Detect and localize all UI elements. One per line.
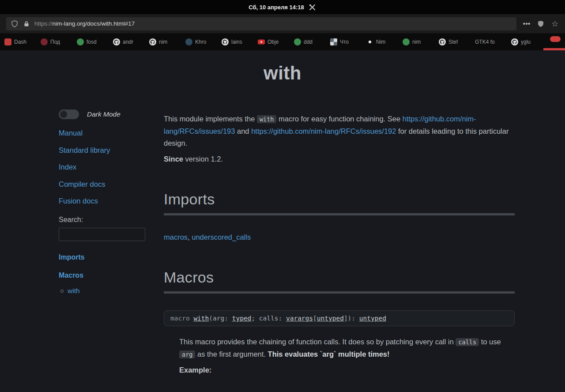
bookmark-item[interactable]: fosd [75,38,111,45]
input-tools-icon [309,3,316,11]
url-scheme: https:// [34,20,53,27]
toc-item-with: with [59,287,147,295]
imports-separator: , [188,233,192,241]
since-text: version 1.2. [183,155,223,163]
github-favicon [511,38,518,45]
bookmark-item[interactable]: Khro [184,38,220,45]
desc-text: This macro provides the chaining of func… [179,338,456,346]
bookmark-item[interactable]: GTK4 fo [473,39,509,45]
lock-icon[interactable] [23,20,30,28]
macro-description: This macro provides the chaining of func… [179,336,515,361]
sig-punct: ]): [344,315,359,322]
bookmark-item[interactable]: yglu [509,38,546,45]
import-macros-link[interactable]: macros [164,233,188,241]
macro-signature: macro with(arg: typed; calls: varargs[un… [164,310,515,326]
bookmark-item[interactable]: Obje [256,38,292,45]
rfc-192-link[interactable]: https://github.com/nim-lang/RFCs/issues/… [251,127,396,135]
github-favicon [439,38,446,45]
main-content: This module implements the with macro fo… [164,50,515,374]
section-divider [164,213,515,215]
return-untyped-link[interactable]: untyped [359,315,386,322]
toc-group-macros[interactable]: Macros [59,271,147,279]
sig-punct: [ [313,315,317,322]
sidebar-item-standard-library[interactable]: Standard library [59,146,147,155]
youtube-favicon [258,38,265,45]
macro-with-link[interactable]: with [193,315,209,322]
bookmark-item[interactable]: nim [401,38,437,45]
intro-text: macro for easy function chaining. See [276,115,402,123]
teal-app-favicon [185,38,192,45]
sidebar-nav: Manual Standard library Index Compiler d… [59,129,147,205]
system-bar: Сб, 10 апреля 14:18 [0,0,565,14]
github-favicon [222,38,229,45]
inline-code-calls: calls [456,338,479,346]
green-globe-favicon [77,38,84,45]
intro-text: and [235,127,251,135]
imports-list: macros, underscored_calls [164,233,515,241]
dot-favicon [366,38,373,45]
import-underscored-calls-link[interactable]: underscored_calls [192,233,251,241]
sidebar-item-manual[interactable]: Manual [59,129,147,137]
grid-favicon [330,38,337,45]
sig-punct: ; calls: [251,315,286,322]
type-untyped-link[interactable]: untyped [317,315,344,322]
bookmark-item[interactable]: Stef [437,38,473,45]
url-bar[interactable]: https://nim-lang.org/docs/with.html#17 [6,17,516,30]
imports-heading: Imports [164,191,515,208]
desc-text: as the first argument. [195,350,267,358]
github-favicon [149,38,156,45]
sig-punct: (arg: [209,315,232,322]
darkred-app-favicon [41,38,48,45]
sidebar-item-compiler-docs[interactable]: Compiler docs [59,180,147,188]
module-description: This module implements the with macro fo… [164,113,515,149]
tracking-protection-shield-icon[interactable] [11,20,19,28]
sidebar-item-index[interactable]: Index [59,163,147,171]
url-rest: nim-lang.org/docs/with.html#17 [53,20,135,27]
dark-mode-toggle[interactable] [59,109,79,119]
bookmark-item[interactable]: Dash [3,38,39,45]
dark-mode-row: Dark Mode [59,109,147,119]
search-label: Search: [59,216,147,224]
toc-bullet-icon [60,290,64,293]
inline-code-with: with [257,115,277,123]
bookmark-item[interactable]: Что [328,38,365,45]
bookmark-star-icon[interactable]: ☆ [551,20,559,28]
macros-heading: Macros [164,269,515,286]
bookmark-item[interactable]: andr [111,38,147,45]
desc-warning: This evaluates `arg` multiple times! [268,350,390,358]
toc-group-imports[interactable]: Imports [59,253,147,261]
sidebar: Dark Mode Manual Standard library Index … [59,109,147,295]
url-toolbar: https://nim-lang.org/docs/with.html#17 •… [0,14,565,34]
section-divider [164,291,515,294]
github-favicon [113,38,120,45]
bookmarks-bar: Dash Под fosd andr nim Khro lains Obje d… [0,34,565,50]
since-line: Since version 1.2. [164,155,515,163]
bookmark-item[interactable]: Под [39,38,75,45]
url-text[interactable]: https://nim-lang.org/docs/with.html#17 [34,20,135,27]
dark-mode-label: Dark Mode [87,110,121,118]
sidebar-item-fusion-docs[interactable]: Fusion docs [59,197,147,205]
bookmark-item[interactable]: nim [147,38,184,45]
more-menu-icon[interactable]: ••• [523,20,531,28]
since-label: Since [164,155,183,163]
type-typed-link[interactable]: typed [232,315,252,322]
red-app-favicon [4,38,11,45]
system-clock[interactable]: Сб, 10 апреля 14:18 [249,4,304,11]
type-varargs-link[interactable]: varargs [286,315,313,322]
bookmark-item[interactable]: Nim [365,38,401,45]
intro-text: This module implements the [164,115,257,123]
desc-text: to use [479,338,501,346]
inline-code-arg: arg [179,351,195,358]
green-globe-favicon [403,38,410,45]
protections-shield-icon[interactable] [537,20,545,28]
search-input[interactable] [59,228,145,241]
keyword-macro: macro [170,315,193,322]
docs-page: with Dark Mode Manual Standard library I… [0,50,565,392]
green-globe-favicon [294,38,301,45]
example-label: Example: [179,366,515,374]
toggle-knob [60,111,67,118]
toc-link-with[interactable]: with [68,287,80,295]
bookmark-item[interactable]: lains [220,38,256,45]
theme-accent-pill [550,36,561,42]
bookmark-item[interactable]: ddd [292,38,328,45]
